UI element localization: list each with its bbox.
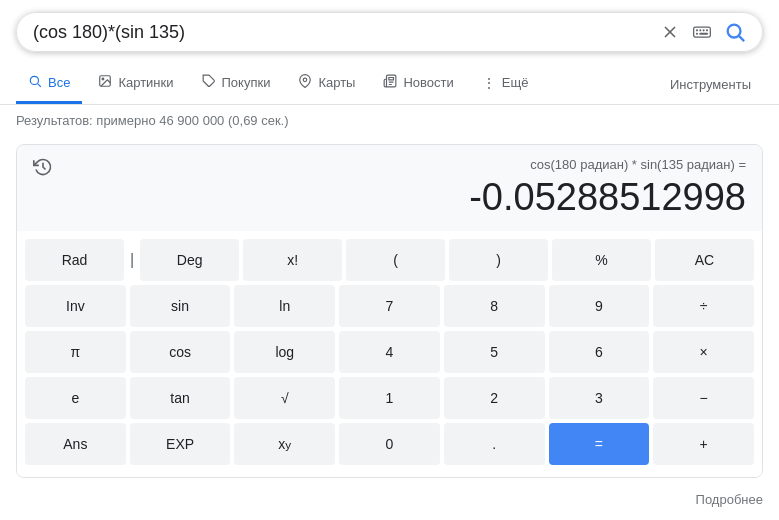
eight-btn[interactable]: 8 xyxy=(444,285,545,327)
close-paren-btn[interactable]: ) xyxy=(449,239,548,281)
search-bar xyxy=(16,12,763,52)
calc-row-2: π cos log 4 5 6 × xyxy=(25,331,754,373)
search-icons xyxy=(660,21,746,43)
add-btn[interactable]: + xyxy=(653,423,754,465)
svg-rect-2 xyxy=(694,27,711,37)
svg-point-9 xyxy=(728,25,741,38)
five-btn[interactable]: 5 xyxy=(444,331,545,373)
svg-line-12 xyxy=(38,84,41,87)
svg-line-10 xyxy=(739,36,744,41)
all-icon xyxy=(28,74,42,91)
tab-images[interactable]: Картинки xyxy=(86,64,185,104)
sin-btn[interactable]: sin xyxy=(130,285,231,327)
exp-btn[interactable]: EXP xyxy=(130,423,231,465)
ans-btn[interactable]: Ans xyxy=(25,423,126,465)
news-icon xyxy=(383,74,397,91)
calc-row-3: e tan √ 1 2 3 − xyxy=(25,377,754,419)
equals-btn[interactable]: = xyxy=(549,423,650,465)
ln-btn[interactable]: ln xyxy=(234,285,335,327)
shopping-icon xyxy=(202,74,216,91)
ac-btn[interactable]: AC xyxy=(655,239,754,281)
keyboard-button[interactable] xyxy=(692,22,712,42)
multiply-btn[interactable]: × xyxy=(653,331,754,373)
seven-btn[interactable]: 7 xyxy=(339,285,440,327)
images-icon xyxy=(98,74,112,91)
nav-tabs: Все Картинки Покупки Карты xyxy=(0,64,779,105)
e-btn[interactable]: e xyxy=(25,377,126,419)
calc-result: -0.05288512998 xyxy=(469,176,746,219)
tab-news[interactable]: Новости xyxy=(371,64,465,104)
six-btn[interactable]: 6 xyxy=(549,331,650,373)
two-btn[interactable]: 2 xyxy=(444,377,545,419)
tab-shopping[interactable]: Покупки xyxy=(190,64,283,104)
more-icon: ⋮ xyxy=(482,75,496,91)
open-paren-btn[interactable]: ( xyxy=(346,239,445,281)
more-link[interactable]: Подробнее xyxy=(0,486,779,513)
divide-btn[interactable]: ÷ xyxy=(653,285,754,327)
tab-more[interactable]: ⋮ Ещё xyxy=(470,65,541,104)
log-btn[interactable]: log xyxy=(234,331,335,373)
cos-btn[interactable]: cos xyxy=(130,331,231,373)
zero-btn[interactable]: 0 xyxy=(339,423,440,465)
power-btn[interactable]: xy xyxy=(234,423,335,465)
inv-btn[interactable]: Inv xyxy=(25,285,126,327)
tan-btn[interactable]: tan xyxy=(130,377,231,419)
svg-point-14 xyxy=(102,78,104,80)
maps-icon xyxy=(298,74,312,91)
rad-deg-separator: | xyxy=(128,239,136,281)
tools-button[interactable]: Инструменты xyxy=(658,67,763,102)
factorial-btn[interactable]: x! xyxy=(243,239,342,281)
four-btn[interactable]: 4 xyxy=(339,331,440,373)
three-btn[interactable]: 3 xyxy=(549,377,650,419)
results-count: Результатов: примерно 46 900 000 (0,69 с… xyxy=(0,105,779,136)
sqrt-btn[interactable]: √ xyxy=(234,377,335,419)
subtract-btn[interactable]: − xyxy=(653,377,754,419)
clear-button[interactable] xyxy=(660,22,680,42)
one-btn[interactable]: 1 xyxy=(339,377,440,419)
search-button[interactable] xyxy=(724,21,746,43)
svg-point-16 xyxy=(304,78,308,82)
search-input[interactable] xyxy=(33,22,660,43)
calc-expression: cos(180 радиан) * sin(135 радиан) = xyxy=(530,157,746,172)
tab-all[interactable]: Все xyxy=(16,64,82,104)
tab-maps[interactable]: Карты xyxy=(286,64,367,104)
svg-point-11 xyxy=(30,76,38,84)
deg-btn[interactable]: Deg xyxy=(140,239,239,281)
percent-btn[interactable]: % xyxy=(552,239,651,281)
calc-buttons: Rad | Deg x! ( ) % AC Inv sin ln 7 8 9 ÷… xyxy=(17,231,762,477)
pi-btn[interactable]: π xyxy=(25,331,126,373)
calculator: cos(180 радиан) * sin(135 радиан) = -0.0… xyxy=(16,144,763,478)
nine-btn[interactable]: 9 xyxy=(549,285,650,327)
rad-btn[interactable]: Rad xyxy=(25,239,124,281)
calc-display: cos(180 радиан) * sin(135 радиан) = -0.0… xyxy=(17,145,762,231)
history-icon[interactable] xyxy=(33,157,53,182)
dot-btn[interactable]: . xyxy=(444,423,545,465)
calc-row-4: Ans EXP xy 0 . = + xyxy=(25,423,754,465)
calc-row-1: Inv sin ln 7 8 9 ÷ xyxy=(25,285,754,327)
